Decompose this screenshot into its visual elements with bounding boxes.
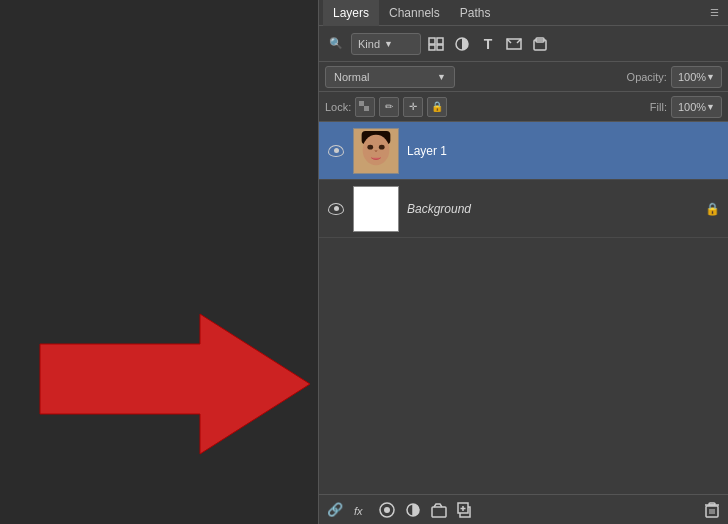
tab-paths[interactable]: Paths [450,0,501,26]
group-icon [431,502,447,518]
panel-menu-button[interactable]: ☰ [704,3,724,23]
kind-dropdown[interactable]: Kind ▼ [351,33,421,55]
eye-icon [328,203,344,215]
svg-rect-2 [437,38,443,44]
fx-icon: fx [353,502,369,518]
lock-fill-row: Lock: ✏ ✛ 🔒 Fill: 100% ▼ [319,92,728,122]
background-lock-icon: 🔒 [704,201,720,217]
adjustment-layer-button[interactable] [403,500,423,520]
canvas-area [0,0,318,524]
eye-pupil [334,148,339,153]
svg-rect-3 [429,45,435,50]
tab-bar: Layers Channels Paths ☰ [319,0,728,26]
lock-all-button[interactable]: 🔒 [427,97,447,117]
shape-icon [506,36,522,52]
svg-point-18 [367,144,373,149]
fill-arrow: ▼ [706,102,715,112]
fill-control: Fill: 100% ▼ [650,96,722,118]
lock-transparency-icon [358,100,372,114]
eye-pupil [334,206,339,211]
svg-rect-25 [432,507,446,517]
tab-layers[interactable]: Layers [323,0,379,26]
lock-transparency-button[interactable] [355,97,375,117]
blend-mode-dropdown[interactable]: Normal ▼ [325,66,455,88]
opacity-control: Opacity: 100% ▼ [627,66,722,88]
layers-list: Layer 1 Background 🔒 [319,122,728,494]
layers-panel: Layers Channels Paths ☰ 🔍 Kind ▼ [318,0,728,524]
background-visibility-toggle[interactable] [327,200,345,218]
kind-dropdown-arrow: ▼ [384,39,393,49]
svg-marker-0 [40,314,310,454]
lock-position-button[interactable]: ✛ [403,97,423,117]
svg-point-17 [363,134,390,165]
svg-rect-1 [429,38,435,44]
mask-icon [379,502,395,518]
adjustment-icon [405,502,421,518]
new-layer-button[interactable] [455,500,475,520]
arrow-annotation [20,284,320,504]
red-arrow-icon [20,284,320,504]
pixel-icon [428,37,444,51]
layer1-thumb-image [354,128,398,174]
layer-style-button[interactable]: fx [351,500,371,520]
link-layers-button[interactable]: 🔗 [325,500,345,520]
filter-type-icon[interactable]: T [477,33,499,55]
tab-channels[interactable]: Channels [379,0,450,26]
eye-icon [328,145,344,157]
filter-shape-icon[interactable] [503,33,525,55]
background-thumb-white [354,187,398,231]
svg-rect-11 [359,101,364,106]
delete-layer-button[interactable] [702,500,722,520]
add-mask-button[interactable] [377,500,397,520]
svg-rect-22 [384,507,390,513]
layer1-name: Layer 1 [407,144,720,158]
filter-toolbar: 🔍 Kind ▼ T [319,26,728,62]
opacity-value-input[interactable]: 100% ▼ [671,66,722,88]
svg-text:fx: fx [354,505,363,517]
filter-smart-icon[interactable] [529,33,551,55]
circle-icon [454,36,470,52]
lock-image-button[interactable]: ✏ [379,97,399,117]
blend-mode-arrow: ▼ [437,72,446,82]
fill-value-input[interactable]: 100% ▼ [671,96,722,118]
svg-rect-12 [364,106,369,111]
layer-item-layer1[interactable]: Layer 1 [319,122,728,180]
svg-rect-14 [364,101,369,106]
new-layer-icon [457,502,473,518]
smart-object-icon [532,36,548,52]
trash-icon [705,502,719,518]
svg-point-19 [379,144,385,149]
layer1-thumbnail [353,128,399,174]
opacity-arrow: ▼ [706,72,715,82]
svg-rect-13 [359,106,364,111]
filter-adjustment-icon[interactable] [451,33,473,55]
blend-opacity-row: Normal ▼ Opacity: 100% ▼ [319,62,728,92]
new-group-button[interactable] [429,500,449,520]
layer1-visibility-toggle[interactable] [327,142,345,160]
layers-bottom-toolbar: 🔗 fx [319,494,728,524]
filter-kind-icon: 🔍 [325,33,347,55]
svg-rect-4 [437,45,443,50]
background-thumbnail [353,186,399,232]
filter-pixel-icon[interactable] [425,33,447,55]
background-name: Background [407,202,696,216]
svg-rect-32 [709,503,715,505]
layer-item-background[interactable]: Background 🔒 [319,180,728,238]
